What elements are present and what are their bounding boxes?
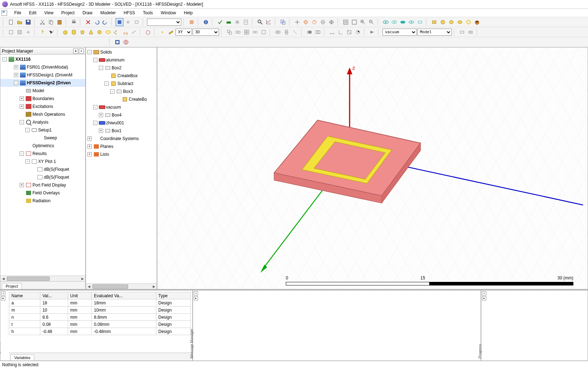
tree-item[interactable]: -Results <box>0 150 85 158</box>
draw-cyl-icon[interactable] <box>70 28 78 36</box>
tree-item[interactable]: +Box4 <box>86 111 157 119</box>
table-header[interactable]: Name <box>9 292 40 299</box>
point-icon[interactable] <box>158 28 166 36</box>
extra2-icon[interactable] <box>467 28 475 36</box>
table-cell[interactable]: 8.6mm <box>92 314 156 321</box>
table-header[interactable]: Type <box>156 292 191 299</box>
table-cell[interactable]: h <box>9 328 40 335</box>
mdi-restore-icon[interactable] <box>1 10 7 16</box>
properties-close-icon[interactable]: × <box>1 291 5 295</box>
table-cell[interactable]: mm <box>68 328 91 335</box>
table-cell[interactable]: Design <box>156 328 191 335</box>
draw-cone-icon[interactable] <box>87 28 95 36</box>
shape-circle-icon[interactable] <box>447 18 455 26</box>
menu-file[interactable]: File <box>11 10 25 16</box>
tree-item[interactable]: -Box3 <box>86 88 157 95</box>
tree-item[interactable]: -Solids <box>86 48 157 56</box>
tree-root[interactable]: -XX1116 <box>0 55 85 63</box>
draw-poly-icon[interactable] <box>78 28 86 36</box>
move-icon[interactable] <box>124 18 132 26</box>
tree-item[interactable]: -Subtract <box>86 80 157 88</box>
extra1-icon[interactable] <box>458 28 466 36</box>
tree-item[interactable]: +HFSSDesign1 (DrivenM <box>0 71 85 79</box>
redo-icon[interactable] <box>101 18 109 26</box>
table-cell[interactable]: 8.6 <box>40 314 68 321</box>
bool2-icon[interactable] <box>314 28 322 36</box>
menu-window[interactable]: Window <box>157 10 180 16</box>
help-context-icon[interactable]: ? <box>39 28 46 36</box>
fitall-icon[interactable] <box>350 18 358 26</box>
model-hscroll[interactable]: ◀▶ <box>86 283 157 289</box>
dup4-icon[interactable] <box>251 28 259 36</box>
measure3-icon[interactable] <box>345 28 353 36</box>
message-close-icon[interactable]: × <box>194 291 198 295</box>
menu-modeler[interactable]: Modeler <box>97 10 119 16</box>
eye-wire-icon[interactable] <box>407 18 415 26</box>
tree-item[interactable]: -aluminum <box>86 56 157 64</box>
shape-hex-icon[interactable] <box>439 18 447 26</box>
table-cell[interactable]: -0.48 <box>40 328 68 335</box>
toolbar-combo-1[interactable] <box>147 19 181 26</box>
table-cell[interactable]: Design <box>156 299 191 307</box>
paste-icon[interactable] <box>56 18 64 26</box>
tree-item[interactable]: Sweep <box>0 134 85 142</box>
progress-pin-icon[interactable]: ▸ <box>482 296 486 300</box>
table-header[interactable]: Evaluated Va... <box>92 292 156 299</box>
bool1-icon[interactable] <box>305 28 313 36</box>
report-icon[interactable] <box>242 18 250 26</box>
table-cell[interactable]: n <box>9 314 40 321</box>
tree-item[interactable]: -Box2 <box>86 64 157 72</box>
table-header[interactable]: Val... <box>40 292 68 299</box>
mirror2-icon[interactable] <box>283 28 290 36</box>
menu-hfss[interactable]: HFSS <box>120 10 139 16</box>
tree-item[interactable]: -Setup1 <box>0 126 85 134</box>
eye-ortho-icon[interactable] <box>416 18 424 26</box>
zoomin-icon[interactable] <box>359 18 367 26</box>
t2-icon-1[interactable] <box>7 28 15 36</box>
project-manager-tree[interactable]: -XX1116+FSR01 (DrivenModal)+HFSSDesign1 … <box>0 55 85 275</box>
select-icon[interactable] <box>116 18 123 26</box>
center-icon[interactable] <box>328 18 335 26</box>
save-icon[interactable] <box>24 18 32 26</box>
help-pointer-icon[interactable]: ? <box>47 28 55 36</box>
measure1-icon[interactable] <box>328 28 336 36</box>
dup3-icon[interactable] <box>243 28 250 36</box>
tree-item[interactable]: -HFSSDesign2 (Driven <box>0 79 85 87</box>
table-cell[interactable]: mm <box>68 314 91 321</box>
table-cell[interactable]: mm <box>68 321 91 328</box>
shape-rect-icon[interactable] <box>430 18 438 26</box>
variables-tab[interactable]: Variables <box>10 354 34 360</box>
filter-select[interactable]: Model <box>417 29 452 36</box>
tree-item[interactable]: +Excitations <box>0 103 85 110</box>
tree-item[interactable]: Mesh Operations <box>0 110 85 118</box>
tree-item[interactable]: dB(S(Floquet <box>0 173 85 181</box>
tree-item[interactable]: +Lists <box>86 150 157 158</box>
menu-edit[interactable]: Edit <box>25 10 40 16</box>
panel-close-icon[interactable]: × <box>79 49 84 54</box>
measure4-icon[interactable] <box>354 28 362 36</box>
shape-ring-icon[interactable] <box>465 18 472 26</box>
tree-item[interactable]: Radiation <box>0 197 85 205</box>
model-tree[interactable]: -Solids-aluminum-Box2CreateBox-Subtract-… <box>86 48 157 283</box>
spin-icon[interactable] <box>310 18 318 26</box>
table-cell[interactable]: Design <box>156 314 191 321</box>
table-cell[interactable]: 10mm <box>92 307 156 314</box>
panel-dropdown-icon[interactable]: ▾ <box>73 49 78 54</box>
tree-item[interactable]: +Boundaries <box>0 95 85 103</box>
table-row[interactable]: n8.6mm8.6mmDesign <box>9 314 191 321</box>
tree-item[interactable]: +Port Field Display <box>0 181 85 189</box>
tree-item[interactable]: -vacuum <box>86 103 157 111</box>
table-cell[interactable]: 0.08 <box>40 321 68 328</box>
view-select[interactable]: 3D <box>193 29 219 36</box>
table-cell[interactable]: 0.08mm <box>92 321 156 328</box>
eye-icon[interactable] <box>382 18 390 26</box>
copy-icon[interactable] <box>47 18 55 26</box>
draw-helix-icon[interactable] <box>113 28 121 36</box>
menu-help[interactable]: Help <box>180 10 196 16</box>
draw-box-icon[interactable] <box>61 28 69 36</box>
table-header[interactable]: Unit <box>68 292 91 299</box>
tree-item[interactable]: Optimetrics <box>0 142 85 150</box>
pan-icon[interactable] <box>293 18 301 26</box>
mesh-icon[interactable] <box>233 18 241 26</box>
look-icon[interactable] <box>319 18 327 26</box>
